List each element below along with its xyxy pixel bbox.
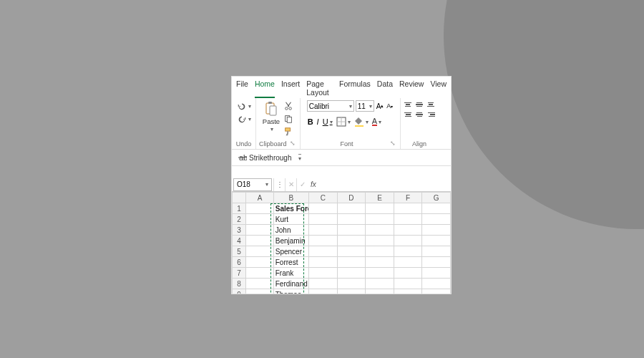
bold-button[interactable]: B [307, 117, 314, 127]
cell[interactable] [366, 246, 394, 257]
cell[interactable] [422, 246, 451, 257]
cell[interactable] [246, 246, 274, 257]
redo-button[interactable]: ▾ [236, 113, 252, 125]
cell[interactable] [394, 203, 422, 214]
cell[interactable]: Frank [273, 268, 308, 279]
cell[interactable] [366, 203, 394, 214]
align-left-button[interactable] [403, 110, 413, 119]
row-header[interactable]: 2 [233, 214, 246, 225]
cell[interactable] [422, 257, 451, 268]
font-launcher[interactable]: ⤡ [390, 140, 397, 147]
strikethrough-qat-button[interactable]: ab Strikethrough [238, 153, 292, 163]
cell[interactable] [337, 236, 366, 246]
font-name-select[interactable]: Calibri ▾ [307, 100, 354, 112]
row-header[interactable]: 8 [233, 279, 246, 289]
cell[interactable] [366, 214, 394, 225]
underline-button[interactable]: U▾ [322, 117, 333, 127]
col-header[interactable]: D [337, 193, 366, 203]
cut-button[interactable] [283, 100, 294, 112]
align-middle-button[interactable] [414, 100, 424, 109]
cell[interactable] [337, 225, 366, 236]
copy-button[interactable] [283, 113, 294, 125]
cell[interactable]: Ferdinand [273, 279, 308, 289]
cell[interactable] [366, 279, 394, 289]
cell[interactable] [394, 268, 422, 279]
cell[interactable] [394, 236, 422, 246]
cell[interactable] [394, 214, 422, 225]
row-header[interactable]: 5 [233, 246, 246, 257]
cell[interactable] [308, 289, 337, 295]
cell[interactable] [337, 214, 366, 225]
col-header[interactable]: E [366, 193, 394, 203]
col-header[interactable]: A [246, 193, 274, 203]
cell[interactable] [308, 236, 337, 246]
tab-file[interactable]: File [236, 78, 248, 98]
cell[interactable] [246, 279, 274, 289]
cell[interactable]: John [273, 225, 308, 236]
tab-data[interactable]: Data [377, 78, 393, 98]
increase-font-button[interactable]: A▴ [376, 102, 385, 111]
row-header[interactable]: 3 [233, 225, 246, 236]
cell[interactable] [246, 203, 274, 214]
cancel-formula-button[interactable]: ✕ [285, 178, 296, 191]
cell[interactable] [337, 289, 366, 295]
cell[interactable] [337, 279, 366, 289]
cell-grid[interactable]: A B C D E F G 1Sales Force2Kurt3John4Ben… [232, 192, 451, 294]
font-size-select[interactable]: 11 ▾ [356, 100, 374, 112]
cell[interactable] [366, 236, 394, 246]
cell[interactable] [308, 279, 337, 289]
row-header[interactable]: 1 [233, 203, 246, 214]
cell[interactable] [246, 289, 274, 295]
tab-review[interactable]: Review [399, 78, 424, 98]
align-center-button[interactable] [414, 110, 424, 119]
cell[interactable] [366, 257, 394, 268]
fill-color-button[interactable]: ▾ [353, 116, 369, 127]
tab-home[interactable]: Home [255, 78, 275, 98]
cell[interactable] [366, 289, 394, 295]
cell[interactable] [337, 246, 366, 257]
cell[interactable] [246, 214, 274, 225]
italic-button[interactable]: I [316, 117, 320, 127]
cell[interactable] [246, 268, 274, 279]
cell[interactable] [366, 225, 394, 236]
cell[interactable] [422, 225, 451, 236]
cell[interactable] [422, 279, 451, 289]
paste-button[interactable]: Paste ▾ [262, 100, 280, 133]
cell[interactable] [246, 225, 274, 236]
clipboard-launcher[interactable]: ⤡ [290, 140, 297, 147]
fx-label[interactable]: fx [308, 180, 319, 188]
qat-customize-button[interactable]: ▾ [296, 153, 302, 163]
worksheet[interactable]: A B C D E F G 1Sales Force2Kurt3John4Ben… [232, 192, 451, 294]
cell[interactable] [394, 289, 422, 295]
font-color-button[interactable]: A▾ [371, 117, 382, 127]
cell[interactable] [308, 257, 337, 268]
align-top-button[interactable] [403, 100, 413, 109]
align-right-button[interactable] [426, 110, 436, 119]
cell[interactable] [337, 203, 366, 214]
cell[interactable] [394, 246, 422, 257]
cell[interactable] [394, 225, 422, 236]
cell[interactable]: Benjamin [273, 236, 308, 246]
tab-view[interactable]: View [430, 78, 447, 98]
cell[interactable] [308, 246, 337, 257]
formula-options-button[interactable]: ⋮ [273, 178, 285, 191]
row-header[interactable]: 7 [233, 268, 246, 279]
cell[interactable]: Kurt [273, 214, 308, 225]
col-header[interactable]: F [394, 193, 422, 203]
decrease-font-button[interactable]: A▾ [386, 102, 394, 110]
tab-insert[interactable]: Insert [281, 78, 300, 98]
cell[interactable] [308, 214, 337, 225]
cell[interactable] [308, 268, 337, 279]
col-header[interactable]: B [273, 193, 308, 203]
cell[interactable]: Sales Force [273, 203, 308, 214]
align-bottom-button[interactable] [426, 100, 436, 109]
cell[interactable] [337, 268, 366, 279]
row-header[interactable]: 6 [233, 257, 246, 268]
cell[interactable] [337, 257, 366, 268]
col-header[interactable]: C [308, 193, 337, 203]
col-header[interactable]: G [422, 193, 451, 203]
cell[interactable] [246, 257, 274, 268]
cell[interactable] [394, 279, 422, 289]
name-box[interactable]: O18 ▾ [233, 178, 272, 191]
cell[interactable] [422, 289, 451, 295]
